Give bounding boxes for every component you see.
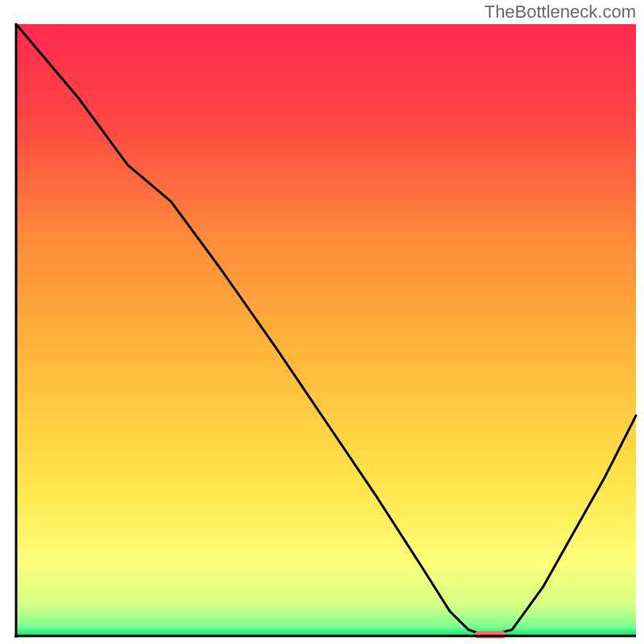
plot-background	[16, 24, 636, 636]
optimal-marker	[475, 631, 506, 638]
chart-container: TheBottleneck.com	[0, 0, 644, 644]
watermark-text: TheBottleneck.com	[485, 2, 636, 23]
bottleneck-chart	[0, 0, 644, 644]
